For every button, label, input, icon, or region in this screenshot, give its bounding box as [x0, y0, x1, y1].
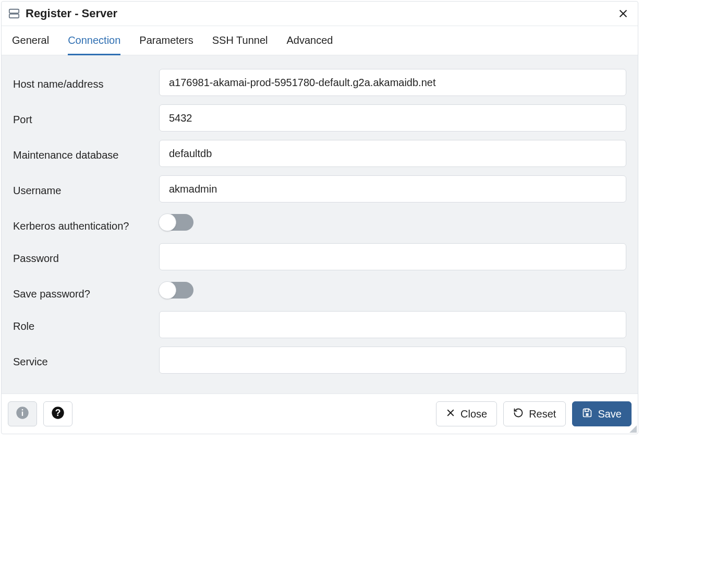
svg-rect-1 [9, 14, 19, 18]
svg-text:?: ? [55, 408, 61, 418]
register-server-dialog: Register - Server General Connection Par… [1, 1, 638, 434]
username-input[interactable] [159, 175, 626, 202]
svg-rect-0 [9, 9, 19, 13]
host-input[interactable] [159, 69, 626, 96]
reset-icon [513, 408, 524, 421]
svg-rect-13 [585, 409, 589, 411]
tab-general[interactable]: General [12, 26, 49, 55]
service-input[interactable] [159, 347, 626, 374]
close-button[interactable]: Close [436, 401, 497, 426]
svg-rect-7 [22, 412, 23, 416]
kerberos-label: Kerberos authentication? [13, 211, 159, 235]
port-input[interactable] [159, 104, 626, 132]
tab-advanced[interactable]: Advanced [286, 26, 333, 55]
role-label: Role [13, 311, 159, 335]
resize-handle[interactable] [629, 425, 637, 433]
dialog-footer: ? Close Reset [2, 394, 638, 434]
info-icon [15, 406, 30, 422]
tab-parameters[interactable]: Parameters [139, 26, 193, 55]
username-label: Username [13, 175, 159, 199]
svg-rect-8 [22, 409, 23, 410]
close-button-label: Close [460, 408, 487, 420]
tab-connection[interactable]: Connection [68, 26, 120, 55]
dialog-title: Register - Server [26, 7, 117, 20]
svg-rect-14 [586, 413, 589, 415]
password-input[interactable] [159, 243, 626, 270]
port-label: Port [13, 104, 159, 128]
dialog-header: Register - Server [2, 2, 638, 26]
password-label: Password [13, 243, 159, 267]
help-icon: ? [51, 406, 65, 422]
save-button-label: Save [598, 408, 622, 420]
info-button[interactable] [8, 401, 37, 426]
maintenance-db-input[interactable] [159, 140, 626, 167]
host-label: Host name/address [13, 69, 159, 93]
reset-button-label: Reset [529, 408, 556, 420]
kerberos-toggle[interactable] [159, 214, 193, 231]
close-icon [446, 408, 455, 420]
close-icon[interactable] [617, 7, 629, 20]
maintenance-db-label: Maintenance database [13, 140, 159, 164]
dialog-tabs: General Connection Parameters SSH Tunnel… [2, 26, 638, 55]
save-button[interactable]: Save [572, 401, 632, 426]
role-input[interactable] [159, 311, 626, 338]
service-label: Service [13, 347, 159, 371]
save-password-toggle[interactable] [159, 282, 193, 299]
save-password-label: Save password? [13, 279, 159, 303]
tab-ssh-tunnel[interactable]: SSH Tunnel [212, 26, 268, 55]
connection-form: Host name/address Port Maintenance datab… [2, 55, 638, 394]
save-icon [582, 408, 592, 421]
help-button[interactable]: ? [43, 401, 72, 426]
reset-button[interactable]: Reset [503, 401, 566, 426]
server-icon [8, 7, 20, 20]
